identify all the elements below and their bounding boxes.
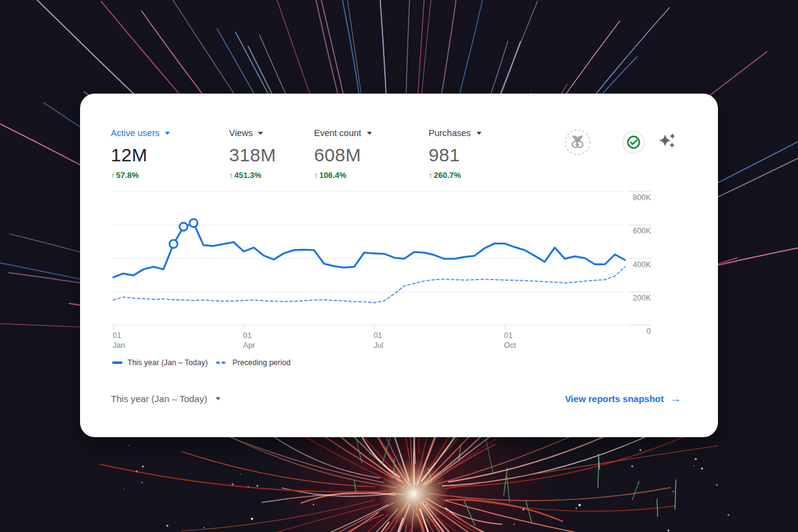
metric-label: Views bbox=[229, 127, 252, 139]
dropdown-arrow-icon bbox=[477, 132, 482, 135]
header-icons bbox=[564, 129, 679, 156]
metric-delta: ↑451.3% bbox=[229, 171, 314, 180]
dropdown-arrow-icon bbox=[258, 132, 263, 135]
up-arrow-icon: ↑ bbox=[314, 171, 318, 180]
data-quality-check-icon[interactable] bbox=[622, 131, 645, 154]
svg-text:Jan: Jan bbox=[113, 341, 125, 350]
metric-value: 981 bbox=[429, 145, 521, 166]
metric-event-count[interactable]: Event count 608M ↑106.4% bbox=[314, 127, 429, 180]
metric-purchases[interactable]: Purchases 981 ↑260.7% bbox=[429, 127, 521, 180]
insights-sparkles-icon[interactable] bbox=[656, 131, 679, 153]
svg-text:200K: 200K bbox=[633, 294, 651, 302]
svg-text:01: 01 bbox=[243, 331, 252, 340]
dropdown-arrow-icon bbox=[165, 132, 170, 135]
svg-text:400K: 400K bbox=[633, 260, 651, 269]
legend-label: This year (Jan – Today) bbox=[127, 358, 208, 367]
svg-text:01: 01 bbox=[504, 331, 512, 340]
up-arrow-icon: ↑ bbox=[429, 171, 433, 180]
solid-line-swatch bbox=[112, 361, 123, 364]
metric-label-row: Views bbox=[229, 127, 314, 139]
up-arrow-icon: ↑ bbox=[229, 171, 233, 180]
timeseries-chart: 800K600K400K200K001Jan01Apr01Jul01Oct bbox=[111, 185, 659, 360]
up-arrow-icon: ↑ bbox=[111, 171, 115, 180]
metric-delta: ↑106.4% bbox=[314, 171, 429, 180]
svg-text:01: 01 bbox=[113, 331, 121, 340]
metric-label-row: Active users bbox=[111, 127, 229, 139]
dropdown-arrow-icon bbox=[216, 397, 220, 400]
svg-text:Jul: Jul bbox=[374, 341, 384, 350]
date-range-label: This year (Jan – Today) bbox=[111, 393, 207, 404]
svg-text:01: 01 bbox=[374, 331, 382, 340]
card-footer: This year (Jan – Today) View reports sna… bbox=[111, 392, 681, 405]
legend-label: Preceding period bbox=[232, 358, 291, 367]
metric-label: Event count bbox=[314, 127, 361, 139]
metric-value: 608M bbox=[314, 145, 429, 166]
metric-value: 318M bbox=[229, 145, 314, 166]
dropdown-arrow-icon bbox=[367, 132, 372, 135]
metric-label-row: Purchases bbox=[429, 127, 521, 139]
analytics-summary-card: Active users 12M ↑57.8% Views 318M ↑451.… bbox=[80, 94, 718, 437]
metric-delta: ↑57.8% bbox=[111, 171, 229, 180]
metric-active-users[interactable]: Active users 12M ↑57.8% bbox=[111, 127, 229, 180]
benchmarking-medal-icon[interactable] bbox=[564, 129, 591, 156]
metric-label: Purchases bbox=[429, 127, 471, 139]
svg-text:600K: 600K bbox=[633, 227, 651, 235]
metric-delta: ↑260.7% bbox=[429, 171, 521, 180]
link-label: View reports snapshot bbox=[565, 393, 664, 404]
metric-label: Active users bbox=[111, 127, 159, 139]
svg-text:800K: 800K bbox=[633, 193, 651, 202]
metric-label-row: Event count bbox=[314, 127, 429, 139]
view-reports-snapshot-link[interactable]: View reports snapshot → bbox=[565, 392, 681, 405]
metric-views[interactable]: Views 318M ↑451.3% bbox=[229, 127, 314, 180]
legend-item-this-year: This year (Jan – Today) bbox=[112, 358, 208, 367]
chart-legend: This year (Jan – Today) Preceding period bbox=[112, 358, 299, 367]
svg-text:0: 0 bbox=[647, 327, 651, 336]
date-range-selector[interactable]: This year (Jan – Today) bbox=[111, 393, 220, 404]
legend-item-preceding: Preceding period bbox=[216, 358, 291, 367]
svg-text:Oct: Oct bbox=[504, 341, 516, 350]
metric-value: 12M bbox=[111, 145, 229, 166]
arrow-right-icon: → bbox=[670, 392, 681, 405]
svg-text:Apr: Apr bbox=[243, 341, 255, 350]
dashed-line-swatch bbox=[216, 361, 227, 364]
